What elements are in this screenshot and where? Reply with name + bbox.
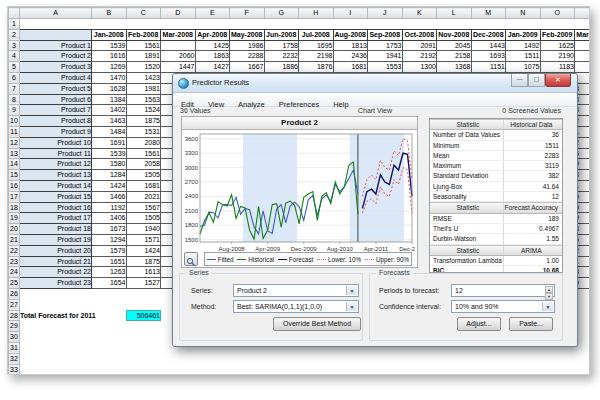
cell[interactable]: Feb-2008: [126, 29, 161, 40]
cell[interactable]: [333, 19, 368, 30]
cell[interactable]: 1505: [126, 213, 161, 224]
cell[interactable]: [506, 364, 541, 375]
product-name-cell[interactable]: Product 13: [20, 170, 92, 181]
cell[interactable]: 1263: [92, 267, 127, 278]
col-header-K[interactable]: K: [402, 8, 437, 19]
cell[interactable]: [437, 353, 472, 364]
cell[interactable]: [126, 288, 161, 299]
cell[interactable]: 1539: [92, 148, 127, 159]
cell[interactable]: 1269: [92, 62, 127, 73]
col-header-C[interactable]: C: [126, 8, 161, 19]
product-name-cell[interactable]: Product 1: [20, 40, 92, 51]
cell[interactable]: [575, 19, 591, 30]
cell[interactable]: 1527: [126, 278, 161, 289]
product-name-cell[interactable]: Product 12: [20, 159, 92, 170]
cell[interactable]: 1075: [506, 62, 541, 73]
col-header-M[interactable]: M: [471, 8, 506, 19]
cell[interactable]: 1651: [92, 256, 127, 267]
cell[interactable]: [126, 342, 161, 353]
product-name-cell[interactable]: Product 15: [20, 191, 92, 202]
product-name-cell[interactable]: Product 2: [20, 51, 92, 62]
cell[interactable]: Apr-2008: [195, 29, 230, 40]
cell[interactable]: 1183: [540, 62, 575, 73]
row-header-9[interactable]: 9: [9, 105, 20, 116]
product-name-cell[interactable]: Product 23: [20, 278, 92, 289]
cell[interactable]: 1368: [437, 62, 472, 73]
cell[interactable]: [126, 332, 161, 343]
row-header-16[interactable]: 16: [9, 180, 20, 191]
row-header-6[interactable]: 6: [9, 72, 20, 83]
close-button[interactable]: ✕: [545, 74, 571, 87]
cell[interactable]: [368, 19, 403, 30]
cell[interactable]: [437, 364, 472, 375]
product-name-cell[interactable]: Product 8: [20, 116, 92, 127]
cell[interactable]: 1443: [471, 40, 506, 51]
cell[interactable]: 1539: [92, 40, 127, 51]
col-header-N[interactable]: N: [506, 8, 541, 19]
cell[interactable]: 1561: [126, 40, 161, 51]
cell[interactable]: 1616: [92, 51, 127, 62]
cell[interactable]: 1425: [195, 40, 230, 51]
cell[interactable]: [20, 19, 92, 30]
cell[interactable]: 1681: [126, 180, 161, 191]
cell[interactable]: 2198: [299, 51, 334, 62]
col-header-D[interactable]: D: [161, 8, 196, 19]
cell[interactable]: 2091: [402, 40, 437, 51]
maximize-button[interactable]: ▢: [528, 74, 545, 87]
cell[interactable]: [264, 19, 299, 30]
cell[interactable]: 2232: [264, 51, 299, 62]
row-header-29[interactable]: 29: [9, 321, 20, 332]
row-header-21[interactable]: 21: [9, 234, 20, 245]
cell[interactable]: 1628: [92, 83, 127, 94]
cell[interactable]: [92, 332, 127, 343]
col-header-G[interactable]: G: [264, 8, 299, 19]
cell[interactable]: [161, 19, 196, 30]
row-header-27[interactable]: 27: [9, 299, 20, 310]
cell[interactable]: [126, 299, 161, 310]
cell[interactable]: 1813: [333, 40, 368, 51]
cell[interactable]: [540, 364, 575, 375]
cell[interactable]: [471, 19, 506, 30]
cell[interactable]: [20, 342, 92, 353]
product-name-cell[interactable]: Product 19: [20, 234, 92, 245]
product-name-cell[interactable]: Product 17: [20, 213, 92, 224]
cell[interactable]: [20, 364, 92, 375]
row-header-17[interactable]: 17: [9, 191, 20, 202]
cell[interactable]: 1693: [471, 51, 506, 62]
cell[interactable]: 1891: [126, 51, 161, 62]
total-label-cell[interactable]: Total Forecast for 2011: [20, 310, 127, 321]
cell[interactable]: 1940: [126, 224, 161, 235]
paste-button[interactable]: Paste...: [509, 317, 553, 331]
cell[interactable]: 1941: [368, 51, 403, 62]
col-header-P[interactable]: P: [575, 8, 591, 19]
cell[interactable]: 1876: [299, 62, 334, 73]
cell[interactable]: 1695: [299, 40, 334, 51]
zoom-magnifier-button[interactable]: [184, 252, 198, 266]
row-header-26[interactable]: 26: [9, 288, 20, 299]
cell[interactable]: Feb-2009: [540, 29, 575, 40]
cell[interactable]: Nov-2008: [437, 29, 472, 40]
cell[interactable]: [333, 353, 368, 364]
product-name-cell[interactable]: Product 9: [20, 126, 92, 137]
cell[interactable]: Jun-2008: [264, 29, 299, 40]
cell[interactable]: [195, 353, 230, 364]
col-header-H[interactable]: H: [299, 8, 334, 19]
col-header-F[interactable]: F: [230, 8, 265, 19]
cell[interactable]: 2045: [437, 40, 472, 51]
row-header-32[interactable]: 32: [9, 353, 20, 364]
cell[interactable]: [575, 353, 591, 364]
cell[interactable]: [299, 19, 334, 30]
cell[interactable]: 1986: [230, 40, 265, 51]
row-header-31[interactable]: 31: [9, 342, 20, 353]
select-all-corner[interactable]: [9, 8, 20, 19]
cell[interactable]: [126, 19, 161, 30]
cell[interactable]: Aug-2008: [333, 29, 368, 40]
product-name-cell[interactable]: Product 10: [20, 137, 92, 148]
cell[interactable]: [437, 19, 472, 30]
col-header-J[interactable]: J: [368, 8, 403, 19]
cell[interactable]: 2080: [126, 137, 161, 148]
spinner-control[interactable]: ▲▼: [545, 286, 553, 295]
cell[interactable]: May-2008: [230, 29, 265, 40]
row-header-3[interactable]: 3: [9, 40, 20, 51]
cell[interactable]: [333, 364, 368, 375]
